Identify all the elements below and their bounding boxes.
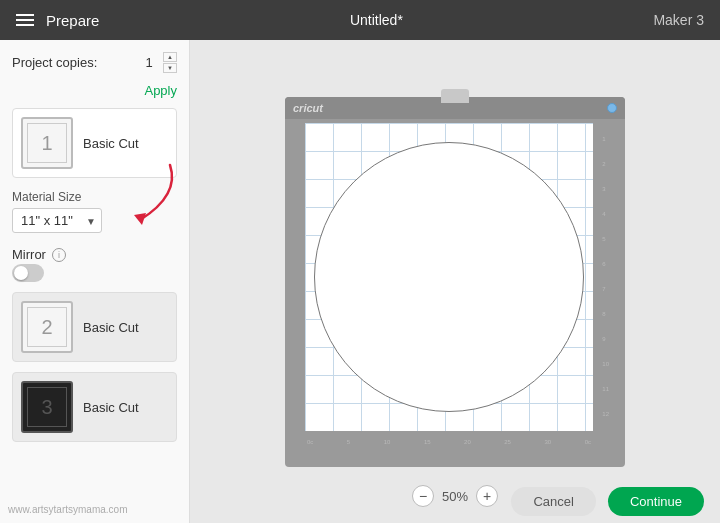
mat-number-3: 3 (41, 396, 52, 419)
toggle-knob (14, 266, 28, 280)
mat-thumbnail-1: 1 (21, 117, 73, 169)
mirror-row: Mirror i (12, 247, 177, 262)
mirror-section: Mirror i (12, 243, 177, 282)
mat-card-1[interactable]: 1 Basic Cut (12, 108, 177, 178)
mat-brand: cricut (293, 102, 323, 114)
mat-label-1: Basic Cut (83, 136, 139, 151)
right-labels: 1 2 3 4 5 6 7 8 9 10 11 12 (602, 123, 609, 431)
copies-input-group: 1 ▲ ▼ (139, 52, 177, 73)
cut-circle (314, 142, 584, 412)
app-title: Prepare (46, 12, 99, 29)
mat-circle-indicator (607, 103, 617, 113)
device-name: Maker 3 (653, 12, 704, 28)
document-title: Untitled* (350, 12, 403, 28)
mat-thumbnail-inner-1: 1 (27, 123, 67, 163)
material-size-section: Material Size 11" x 11" 12" x 12" ▼ (12, 190, 177, 233)
mat-handle-top (441, 89, 469, 103)
copies-up-button[interactable]: ▲ (163, 52, 177, 62)
cancel-button[interactable]: Cancel (511, 487, 595, 516)
mirror-info-icon[interactable]: i (52, 248, 66, 262)
mat-number-2: 2 (41, 316, 52, 339)
mat-thumbnail-inner-3: 3 (27, 387, 67, 427)
mat-label-3: Basic Cut (83, 400, 139, 415)
header-left: Prepare (16, 12, 99, 29)
project-copies-row: Project copies: 1 ▲ ▼ (12, 52, 177, 73)
project-copies-label: Project copies: (12, 55, 97, 70)
mat-number-1: 1 (41, 132, 52, 155)
hamburger-icon[interactable] (16, 14, 34, 26)
mat-thumbnail-inner-2: 2 (27, 307, 67, 347)
mat-thumbnail-3: 3 (21, 381, 73, 433)
material-size-label: Material Size (12, 190, 177, 204)
bottom-labels: 0c 5 10 15 20 25 30 0c (305, 439, 593, 445)
cricut-mat-wrapper: cricut 1 2 3 4 (285, 97, 625, 467)
mirror-label: Mirror (12, 247, 46, 262)
mirror-toggle[interactable] (12, 264, 44, 282)
mat-card-3[interactable]: 3 Basic Cut (12, 372, 177, 442)
footer-bar: Cancel Continue (190, 479, 720, 523)
copies-arrows: ▲ ▼ (163, 52, 177, 73)
mat-card-2[interactable]: 2 Basic Cut (12, 292, 177, 362)
copies-value: 1 (139, 55, 159, 70)
sidebar: Project copies: 1 ▲ ▼ Apply 1 Basic Cut … (0, 40, 190, 523)
header: Prepare Untitled* Maker 3 (0, 0, 720, 40)
continue-button[interactable]: Continue (608, 487, 704, 516)
mat-thumbnail-2: 2 (21, 301, 73, 353)
canvas-area: cricut 1 2 3 4 (190, 40, 720, 523)
apply-button[interactable]: Apply (144, 83, 177, 98)
mat-label-2: Basic Cut (83, 320, 139, 335)
main-layout: Project copies: 1 ▲ ▼ Apply 1 Basic Cut … (0, 40, 720, 523)
cricut-mat: cricut 1 2 3 4 (285, 97, 625, 467)
watermark: www.artsytartsymama.com (8, 504, 127, 515)
mat-grid: 1 2 3 4 5 6 7 8 9 10 11 12 (305, 123, 593, 431)
size-select-wrapper: 11" x 11" 12" x 12" ▼ (12, 208, 102, 233)
mat-grid-container: 1 2 3 4 5 6 7 8 9 10 11 12 (305, 123, 607, 431)
size-select[interactable]: 11" x 11" 12" x 12" (12, 208, 102, 233)
copies-down-button[interactable]: ▼ (163, 63, 177, 73)
